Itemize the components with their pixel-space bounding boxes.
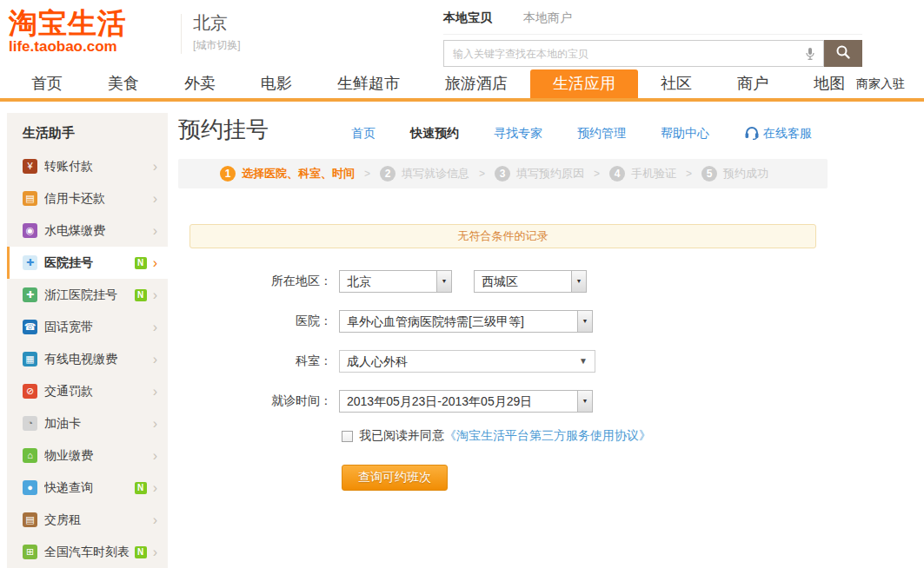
sidebar-item-label: 信用卡还款 <box>44 191 153 207</box>
time-select-value: 2013年05月23日-2013年05月29日 <box>340 391 577 412</box>
tab-booking-management[interactable]: 预约管理 <box>577 126 626 142</box>
sidebar-item-label: 快递查询 <box>44 480 135 496</box>
new-badge: N <box>135 257 147 269</box>
nav-item-movies[interactable]: 电影 <box>238 69 315 98</box>
sidebar-item-traffic-fine[interactable]: ⊘ 交通罚款 › <box>7 375 168 407</box>
sidebar-item-transfer[interactable]: ¥ 转账付款 › <box>7 150 168 182</box>
dropdown-arrow-icon: ▼ <box>571 271 586 292</box>
sidebar-item-property-fee[interactable]: ⌂ 物业缴费 › <box>7 439 168 472</box>
transfer-icon: ¥ <box>23 159 37 174</box>
property-fee-icon: ⌂ <box>23 448 37 463</box>
hospital-icon: ✚ <box>23 255 37 270</box>
time-label: 就诊时间： <box>178 393 339 409</box>
step-separator-icon: > <box>686 168 692 180</box>
headset-icon <box>744 126 760 142</box>
dropdown-arrow-icon: ▼ <box>577 311 592 332</box>
sidebar-item-credit-card[interactable]: ▤ 信用卡还款 › <box>7 182 168 215</box>
region-label: 所在地区： <box>178 274 339 289</box>
nav-item-travel-hotel[interactable]: 旅游酒店 <box>422 69 530 98</box>
step-number: 2 <box>380 166 396 182</box>
hospital-label: 医院： <box>178 314 339 329</box>
nav-item-home[interactable]: 首页 <box>9 69 85 98</box>
step-5: 5 预约成功 <box>701 166 768 182</box>
sidebar-item-hospital-registration[interactable]: ✚ 医院挂号 N › <box>7 247 168 279</box>
tab-help-center[interactable]: 帮助中心 <box>661 126 709 142</box>
main-nav: 首页 美食 外卖 电影 生鲜超市 旅游酒店 生活应用 社区 商户 地图 商家入驻 <box>0 69 924 102</box>
sidebar-item-rent[interactable]: ▤ 交房租 › <box>7 504 168 536</box>
search-area: 本地宝贝 本地商户 <box>443 10 862 67</box>
search-button[interactable] <box>824 40 862 67</box>
tab-quick-booking[interactable]: 快速预约 <box>410 126 459 142</box>
department-select[interactable]: 成人心外科 ▼ <box>339 350 595 373</box>
site-logo[interactable]: 淘宝生活 life.taobao.com <box>9 9 127 55</box>
step-2: 2 填写就诊信息 <box>380 166 469 182</box>
search-input[interactable] <box>443 40 796 67</box>
step-label: 预约成功 <box>723 166 768 182</box>
district-select[interactable]: 西城区 ▼ <box>474 270 587 293</box>
microphone-icon[interactable] <box>796 40 824 67</box>
magnifier-icon <box>835 44 851 63</box>
merchant-signup-link[interactable]: 商家入驻 <box>856 69 905 98</box>
sidebar-item-fuel-card[interactable]: ◔ 加油卡 › <box>7 407 168 439</box>
district-select-value: 西城区 <box>475 271 571 292</box>
sidebar-item-express-tracking[interactable]: ● 快递查询 N › <box>7 472 168 504</box>
sidebar-item-bus-schedule[interactable]: ⊞ 全国汽车时刻表 N › <box>7 536 168 568</box>
header: 淘宝生活 life.taobao.com 北京 [城市切换] 本地宝贝 本地商户 <box>0 0 924 69</box>
chevron-right-icon: › <box>153 450 157 462</box>
sidebar-item-label: 医院挂号 <box>44 255 135 271</box>
progress-steps: 1 选择医院、科室、时间 > 2 填写就诊信息 > 3 填写预约原因 > 4 手… <box>178 159 828 188</box>
time-select[interactable]: 2013年05月23日-2013年05月29日 ▼ <box>339 390 593 413</box>
sidebar-item-label: 加油卡 <box>44 416 153 432</box>
fuel-card-icon: ◔ <box>23 416 37 431</box>
tab-online-service[interactable]: 在线客服 <box>744 126 812 142</box>
section-tabs: 首页 快速预约 寻找专家 预约管理 帮助中心 在线客服 <box>351 126 812 142</box>
nav-item-merchants[interactable]: 商户 <box>715 69 791 98</box>
nav-item-community[interactable]: 社区 <box>638 69 715 98</box>
sidebar-item-label: 转账付款 <box>44 159 153 175</box>
sidebar-item-cable-tv[interactable]: ▦ 有线电视缴费 › <box>7 343 168 375</box>
hospital-select[interactable]: 阜外心血管病医院特需[三级甲等] ▼ <box>339 310 593 333</box>
sidebar-item-zhejiang-hospital[interactable]: ✚ 浙江医院挂号 N › <box>7 279 168 311</box>
tab-home[interactable]: 首页 <box>351 126 376 142</box>
step-label: 填写就诊信息 <box>402 166 469 182</box>
search-tab-local-items[interactable]: 本地宝贝 <box>443 10 492 26</box>
agreement-link[interactable]: 《淘宝生活平台第三方服务使用协议》 <box>444 428 651 444</box>
content: 生活助手 ¥ 转账付款 › ▤ 信用卡还款 › ◉ 水电煤缴费 › ✚ 医院挂号… <box>0 113 924 568</box>
sidebar-item-label: 有线电视缴费 <box>44 352 153 367</box>
city-selector: 北京 [城市切换] <box>193 12 241 53</box>
form-row-hospital: 医院： 阜外心血管病医院特需[三级甲等] ▼ <box>178 310 828 333</box>
sidebar-item-label: 固话宽带 <box>44 320 153 335</box>
sidebar-item-label: 交通罚款 <box>44 384 153 400</box>
utilities-icon: ◉ <box>23 223 37 238</box>
hospital-select-value: 阜外心血管病医院特需[三级甲等] <box>340 311 577 332</box>
nav-item-life-apps[interactable]: 生活应用 <box>530 69 638 98</box>
step-number: 1 <box>220 166 236 182</box>
chevron-right-icon: › <box>153 321 157 334</box>
tab-find-expert[interactable]: 寻找专家 <box>494 126 542 142</box>
city-switch-link[interactable]: [城市切换] <box>193 38 241 53</box>
nav-item-fresh-market[interactable]: 生鲜超市 <box>315 69 422 98</box>
chevron-right-icon: › <box>153 482 157 494</box>
sidebar-item-label: 交房租 <box>44 512 153 528</box>
nav-item-food[interactable]: 美食 <box>85 69 162 98</box>
step-number: 4 <box>609 166 625 182</box>
cable-tv-icon: ▦ <box>23 352 37 367</box>
agreement-row: 我已阅读并同意 《淘宝生活平台第三方服务使用协议》 <box>342 428 828 444</box>
query-available-slots-button[interactable]: 查询可约班次 <box>342 465 448 491</box>
city-select[interactable]: 北京 ▼ <box>339 270 452 293</box>
new-badge: N <box>135 289 147 301</box>
step-label: 选择医院、科室、时间 <box>242 166 355 182</box>
main-panel: 预约挂号 首页 快速预约 寻找专家 预约管理 帮助中心 在线客服 1 选择医院、… <box>178 113 828 568</box>
agreement-checkbox[interactable] <box>342 431 353 442</box>
page-title: 预约挂号 <box>178 115 269 145</box>
chevron-right-icon: › <box>153 193 157 205</box>
chevron-right-icon: › <box>153 514 157 526</box>
sidebar-item-phone-broadband[interactable]: ☎ 固话宽带 › <box>7 311 168 343</box>
chevron-right-icon: › <box>153 161 157 173</box>
nav-item-takeout[interactable]: 外卖 <box>162 69 238 98</box>
step-number: 5 <box>701 166 717 182</box>
new-badge: N <box>135 546 147 558</box>
sidebar-item-utilities[interactable]: ◉ 水电煤缴费 › <box>7 215 168 247</box>
search-tab-local-merchants[interactable]: 本地商户 <box>523 10 572 26</box>
chevron-right-icon: › <box>153 225 157 237</box>
